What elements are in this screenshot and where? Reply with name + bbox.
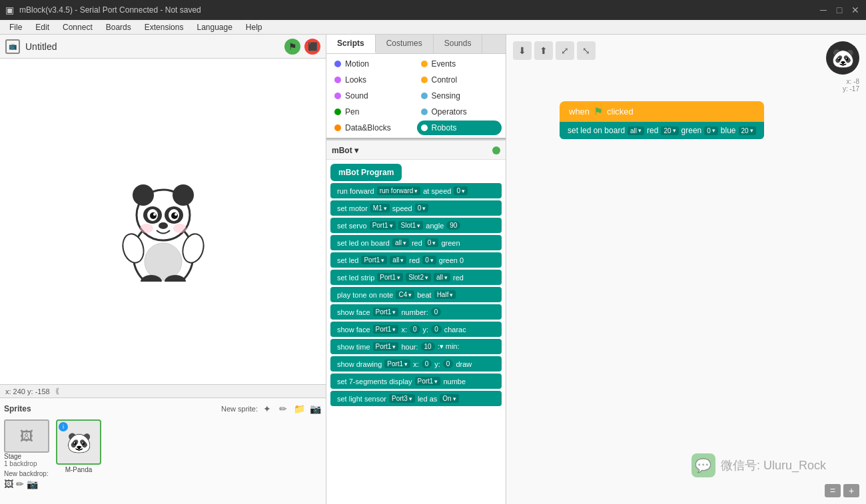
upload-button[interactable]: ⬆ bbox=[534, 41, 553, 60]
category-data[interactable]: Data&Blocks bbox=[330, 121, 416, 135]
add-sprite-edit-button[interactable]: ✏ bbox=[276, 402, 290, 415]
drawing-x-value[interactable]: 0 bbox=[422, 360, 432, 368]
backdrop-edit-icon[interactable]: ✏ bbox=[16, 479, 24, 489]
strip-port-dropdown[interactable]: Port1 bbox=[377, 273, 403, 282]
stop-button[interactable]: ⬛ bbox=[304, 39, 320, 55]
menu-help[interactable]: Help bbox=[239, 21, 269, 33]
face-y-value[interactable]: 0 bbox=[431, 325, 442, 334]
motor-dropdown[interactable]: M1 bbox=[370, 204, 390, 212]
tab-sounds[interactable]: Sounds bbox=[434, 35, 483, 53]
mbot-program-block[interactable]: mBot Program bbox=[330, 164, 402, 181]
speed-dropdown[interactable]: 0 bbox=[454, 186, 468, 195]
backdrop-camera-icon[interactable]: 📷 bbox=[27, 479, 38, 489]
canvas-blue-val-dropdown[interactable]: 20 bbox=[739, 126, 756, 135]
set-motor-block[interactable]: set motor M1 speed 0 bbox=[330, 200, 502, 216]
green-flag-button[interactable]: ⚑ bbox=[284, 39, 300, 55]
menu-connect[interactable]: Connect bbox=[56, 21, 99, 33]
beat-dropdown[interactable]: Half bbox=[434, 290, 456, 299]
led-port-dropdown[interactable]: Port1 bbox=[361, 256, 387, 264]
time-hour-value[interactable]: 10 bbox=[421, 342, 435, 351]
backdrop-image-icon[interactable]: 🖼 bbox=[4, 479, 13, 489]
blocks-scroll[interactable]: mBot Program run forward run forward at … bbox=[326, 160, 506, 504]
event-block[interactable]: when ⚑ clicked bbox=[560, 101, 764, 122]
set-light-sensor-block[interactable]: set light sensor Port3 led as On bbox=[330, 391, 502, 406]
drawing-y-value[interactable]: 0 bbox=[443, 360, 454, 368]
menu-file[interactable]: File bbox=[3, 21, 29, 33]
face-x-value[interactable]: 0 bbox=[410, 325, 420, 334]
run-forward-block[interactable]: run forward run forward at speed 0 bbox=[330, 183, 502, 198]
close-button[interactable]: ✕ bbox=[850, 5, 861, 15]
light-port-dropdown[interactable]: Port3 bbox=[389, 394, 415, 403]
strip-all-dropdown[interactable]: all bbox=[434, 273, 450, 282]
category-pen[interactable]: Pen bbox=[330, 105, 416, 119]
time-port-dropdown[interactable]: Port1 bbox=[373, 342, 399, 351]
add-sprite-camera-button[interactable]: 📷 bbox=[308, 402, 322, 415]
servo-port-dropdown[interactable]: Port1 bbox=[370, 221, 396, 230]
minimize-button[interactable]: ─ bbox=[818, 5, 829, 15]
show-face-xy-block[interactable]: show face Port1 x: 0 y: 0 charac bbox=[330, 322, 502, 337]
set-led-strip-block[interactable]: set led strip Port1 Slot2 all red bbox=[330, 270, 502, 285]
add-sprite-magic-button[interactable]: ✦ bbox=[260, 402, 274, 415]
set-led-board-block[interactable]: set led on board all red 0 green bbox=[330, 235, 502, 250]
play-tone-block[interactable]: play tone on note C4 beat Half bbox=[330, 287, 502, 302]
svg-point-10 bbox=[153, 213, 156, 216]
download-button[interactable]: ⬇ bbox=[513, 41, 532, 60]
mbot-header: mBot ▾ bbox=[326, 142, 506, 160]
category-events[interactable]: Events bbox=[417, 57, 502, 71]
led-all-dropdown[interactable]: all bbox=[390, 256, 406, 264]
show-time-block[interactable]: show time Port1 hour: 10 :▾ min: bbox=[330, 339, 502, 354]
stage-thumbnail: 🖼 bbox=[4, 419, 49, 453]
category-looks[interactable]: Looks bbox=[330, 73, 416, 87]
face-xy-port-dropdown[interactable]: Port1 bbox=[373, 325, 399, 334]
servo-slot-dropdown[interactable]: Slot1 bbox=[398, 221, 424, 230]
seg-port-dropdown[interactable]: Port1 bbox=[415, 377, 441, 385]
zoom-in-button[interactable]: + bbox=[843, 484, 859, 497]
mbot-dropdown[interactable]: mBot ▾ bbox=[332, 146, 358, 155]
show-drawing-block[interactable]: show drawing Port1 x: 0 y: 0 draw bbox=[330, 356, 502, 372]
list-item[interactable]: i 🐼 M-Panda bbox=[56, 419, 101, 492]
zoom-out-button[interactable]: = bbox=[825, 484, 841, 497]
light-on-dropdown[interactable]: On bbox=[440, 394, 458, 403]
motor-speed-dropdown[interactable]: 0 bbox=[415, 204, 429, 212]
expand-icon[interactable]: ⟪ bbox=[55, 387, 59, 395]
menu-extensions[interactable]: Extensions bbox=[138, 21, 191, 33]
run-forward-dropdown[interactable]: run forward bbox=[377, 186, 421, 195]
set-servo-block[interactable]: set servo Port1 Slot1 angle 90 bbox=[330, 218, 502, 233]
led-board-port-dropdown[interactable]: all bbox=[392, 238, 409, 247]
category-motion[interactable]: Motion bbox=[330, 57, 416, 71]
canvas-red-val-dropdown[interactable]: 20 bbox=[661, 126, 678, 135]
menu-boards[interactable]: Boards bbox=[99, 21, 138, 33]
tab-costumes[interactable]: Costumes bbox=[376, 35, 434, 53]
note-dropdown[interactable]: C4 bbox=[396, 290, 414, 299]
led-board-red-dropdown[interactable]: 0 bbox=[425, 238, 439, 247]
category-control[interactable]: Control bbox=[417, 73, 502, 87]
face-num-value[interactable]: 0 bbox=[431, 308, 442, 316]
category-sensing[interactable]: Sensing bbox=[417, 89, 502, 103]
set-led-block[interactable]: set led Port1 all red 0 green 0 bbox=[330, 252, 502, 268]
strip-slot-dropdown[interactable]: Slot2 bbox=[406, 273, 431, 282]
maximize-button[interactable]: □ bbox=[834, 5, 845, 15]
show-face-number-block[interactable]: show face Port1 number: 0 bbox=[330, 304, 502, 320]
servo-angle-num[interactable]: 90 bbox=[446, 221, 460, 230]
menu-edit[interactable]: Edit bbox=[29, 21, 56, 33]
category-control-label: Control bbox=[432, 75, 458, 85]
fullscreen-button[interactable]: ⤡ bbox=[577, 41, 596, 60]
stage-tile[interactable]: 🖼 Stage 1 backdrop New backdrop: 🖼 ✏ 📷 bbox=[4, 419, 49, 489]
face-num-port-dropdown[interactable]: Port1 bbox=[373, 308, 399, 316]
expand-button[interactable]: ⤢ bbox=[556, 41, 574, 60]
tab-scripts[interactable]: Scripts bbox=[326, 35, 376, 53]
led-red-dropdown[interactable]: 0 bbox=[422, 256, 436, 264]
category-operators[interactable]: Operators bbox=[417, 105, 502, 119]
category-sound[interactable]: Sound bbox=[330, 89, 416, 103]
drawing-port-dropdown[interactable]: Port1 bbox=[384, 360, 410, 368]
set-7seg-block[interactable]: set 7-segments display Port1 numbe bbox=[330, 374, 502, 389]
menu-language[interactable]: Language bbox=[190, 21, 238, 33]
when-clicked-block[interactable]: when ⚑ clicked set led on board all red … bbox=[560, 101, 764, 139]
set-led-canvas-block[interactable]: set led on board all red 20 green 0 blue… bbox=[560, 122, 764, 139]
sprite-info-badge[interactable]: i bbox=[59, 422, 68, 431]
canvas-led-all-dropdown[interactable]: all bbox=[628, 126, 644, 135]
canvas-green-val-dropdown[interactable]: 0 bbox=[704, 126, 718, 135]
add-sprite-upload-button[interactable]: 📁 bbox=[292, 402, 306, 415]
svg-point-12 bbox=[159, 222, 168, 229]
category-robots[interactable]: Robots bbox=[417, 121, 502, 135]
